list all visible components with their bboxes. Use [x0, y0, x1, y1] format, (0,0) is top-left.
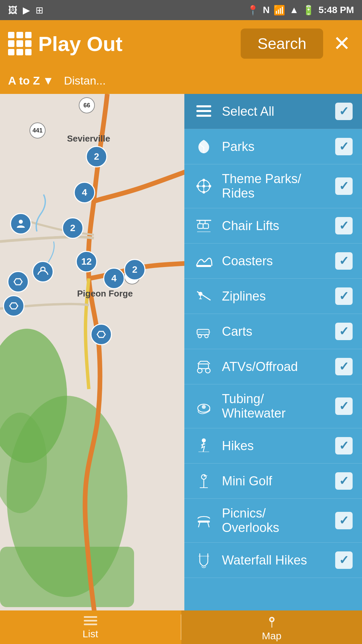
map-pin-icon-c[interactable] — [7, 271, 29, 292]
mini-golf-icon — [194, 471, 214, 491]
picnics-icon — [194, 511, 214, 531]
tubing-icon — [194, 396, 214, 416]
waterfall-hikes-icon — [194, 550, 214, 570]
checkmark-icon: ✓ — [339, 254, 349, 268]
map-pin-4[interactable]: 4 — [74, 182, 95, 203]
bottom-navigation: List Map — [0, 610, 362, 644]
battery-icon: 🔋 — [303, 5, 314, 16]
checkmark-icon: ✓ — [339, 360, 349, 374]
checkmark-icon: ✓ — [339, 474, 349, 488]
svg-rect-3 — [0, 547, 134, 607]
map-pin-12[interactable]: 12 — [76, 251, 97, 272]
svg-rect-20 — [203, 224, 208, 228]
dropdown-item-select-all[interactable]: Select All✓ — [184, 94, 362, 129]
map-pin-4b[interactable]: 4 — [103, 268, 125, 289]
atvs-checkbox[interactable]: ✓ — [335, 358, 353, 375]
coasters-label: Coasters — [222, 254, 327, 268]
svg-rect-21 — [196, 265, 211, 267]
svg-rect-42 — [84, 620, 97, 622]
svg-rect-5 — [196, 105, 211, 107]
select-all-icon — [194, 101, 214, 121]
distance-label: Distan... — [64, 74, 106, 87]
svg-rect-41 — [84, 616, 97, 618]
mini-golf-label: Mini Golf — [222, 474, 327, 488]
atvs-icon — [194, 357, 214, 377]
dropdown-item-atvs[interactable]: ATVs/Offroad✓ — [184, 349, 362, 384]
map-pin-2c[interactable]: 2 — [124, 259, 145, 280]
checkmark-icon: ✓ — [339, 140, 349, 154]
checkmark-icon: ✓ — [339, 324, 349, 338]
checkmark-icon: ✓ — [339, 289, 349, 303]
theme-parks-icon — [194, 176, 214, 196]
dropdown-item-carts[interactable]: Carts✓ — [184, 314, 362, 349]
squares-icon: ⊞ — [36, 5, 43, 16]
svg-rect-38 — [198, 521, 210, 523]
map-pin-2b[interactable]: 2 — [62, 217, 83, 239]
dropdown-item-parks[interactable]: Parks✓ — [184, 129, 362, 164]
location-icon: 📍 — [247, 5, 259, 16]
svg-point-11 — [202, 185, 205, 187]
theme-parks-checkbox[interactable]: ✓ — [335, 177, 353, 195]
hikes-checkbox[interactable]: ✓ — [335, 437, 353, 454]
dropdown-item-ziplines[interactable]: Ziplines✓ — [184, 279, 362, 314]
map-nav-icon — [264, 613, 280, 629]
ziplines-label: Ziplines — [222, 289, 327, 304]
svg-rect-6 — [196, 110, 211, 112]
svg-point-4 — [19, 220, 23, 224]
sort-selector[interactable]: A to Z ▼ — [8, 74, 54, 87]
ziplines-checkbox[interactable]: ✓ — [335, 287, 353, 305]
map-pin-icon-b[interactable] — [32, 261, 54, 282]
svg-point-14 — [202, 191, 205, 194]
coasters-checkbox[interactable]: ✓ — [335, 252, 353, 270]
dropdown-item-tubing[interactable]: Tubing/ Whitewater✓ — [184, 384, 362, 428]
search-button[interactable]: Search — [241, 29, 323, 59]
hikes-icon — [194, 436, 214, 456]
atvs-label: ATVs/Offroad — [222, 360, 327, 374]
svg-point-45 — [270, 618, 273, 621]
tubing-checkbox[interactable]: ✓ — [335, 397, 353, 415]
carts-checkbox[interactable]: ✓ — [335, 323, 353, 340]
parks-checkbox[interactable]: ✓ — [335, 138, 353, 155]
highway-441: 441 — [29, 122, 46, 139]
select-all-label: Select All — [222, 104, 327, 119]
clock: 5:48 PM — [318, 5, 354, 15]
picnics-checkbox[interactable]: ✓ — [335, 512, 353, 529]
status-icons-left: 🖼 ▶ ⊞ — [8, 5, 43, 16]
mini-golf-checkbox[interactable]: ✓ — [335, 472, 353, 490]
map-pin-icon-a[interactable] — [10, 213, 32, 234]
map-pin-icon-d[interactable] — [90, 324, 112, 345]
svg-point-13 — [208, 185, 211, 187]
carts-icon — [194, 321, 214, 341]
chair-lifts-checkbox[interactable]: ✓ — [335, 217, 353, 234]
map-nav-item[interactable]: Map — [181, 610, 362, 644]
app-header: Play Out Search ✕ — [0, 20, 362, 67]
category-dropdown[interactable]: Select All✓Parks✓Theme Parks/ Rides✓Chai… — [184, 94, 362, 610]
list-nav-item[interactable]: List — [0, 610, 181, 644]
waterfall-hikes-checkbox[interactable]: ✓ — [335, 551, 353, 569]
picnics-label: Picnics/ Overlooks — [222, 506, 327, 535]
svg-point-33 — [202, 405, 206, 409]
app-title: Play Out — [38, 32, 234, 56]
select-all-checkbox[interactable]: ✓ — [335, 103, 353, 120]
wifi-icon: 📶 — [274, 5, 285, 16]
dropdown-item-waterfall-hikes[interactable]: Waterfall Hikes✓ — [184, 543, 362, 578]
svg-line-39 — [198, 523, 200, 527]
dropdown-item-theme-parks[interactable]: Theme Parks/ Rides✓ — [184, 164, 362, 208]
grid-menu-icon[interactable] — [8, 32, 32, 55]
checkmark-icon: ✓ — [339, 514, 349, 528]
dropdown-item-mini-golf[interactable]: Mini Golf✓ — [184, 464, 362, 499]
nfc-icon: N — [263, 5, 269, 15]
checkmark-icon: ✓ — [339, 179, 349, 193]
dropdown-item-picnics[interactable]: Picnics/ Overlooks✓ — [184, 499, 362, 543]
dropdown-item-chair-lifts[interactable]: Chair Lifts✓ — [184, 208, 362, 244]
dropdown-item-coasters[interactable]: Coasters✓ — [184, 244, 362, 279]
dropdown-item-hikes[interactable]: Hikes✓ — [184, 428, 362, 464]
map-pin-2a[interactable]: 2 — [86, 146, 107, 167]
sort-label: A to Z — [8, 74, 40, 87]
close-button[interactable]: ✕ — [330, 33, 354, 54]
svg-point-15 — [196, 185, 199, 187]
map-pin-icon-e[interactable] — [3, 295, 24, 317]
list-nav-label: List — [82, 628, 98, 640]
checkmark-icon: ✓ — [339, 399, 349, 413]
chair-lifts-label: Chair Lifts — [222, 219, 327, 233]
